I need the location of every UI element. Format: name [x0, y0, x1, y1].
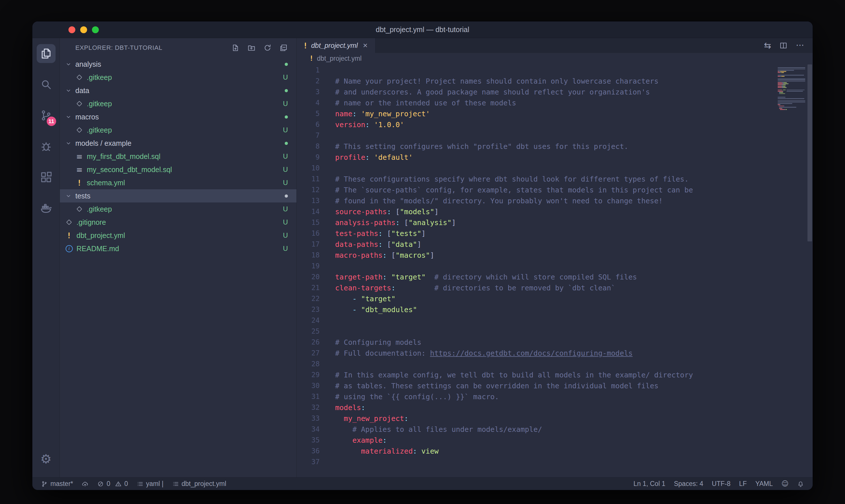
- code-line-23[interactable]: 23 - "dbt_modules": [297, 304, 775, 315]
- activity-item-run-debug[interactable]: [32, 131, 60, 162]
- code-line-11[interactable]: 11# These configurations specify where d…: [297, 174, 775, 184]
- activity-item-source-control[interactable]: 11: [32, 100, 60, 131]
- code-line-2[interactable]: 2# Name your project! Project names shou…: [297, 76, 775, 87]
- code-line-37[interactable]: 37: [297, 456, 775, 467]
- activity-item-docker[interactable]: [32, 193, 60, 224]
- code-line-14[interactable]: 14source-paths: ["models"]: [297, 206, 775, 217]
- language-mode[interactable]: YAML: [755, 480, 773, 488]
- encoding-setting[interactable]: UTF-8: [712, 480, 731, 488]
- code-line-31[interactable]: 31# using the `{{ config(...) }}` macro.: [297, 391, 775, 402]
- tree-file-gitkeep[interactable]: .gitkeepU: [60, 71, 296, 84]
- tree-file-my-first-dbt-model-sql[interactable]: ≡my_first_dbt_model.sqlU: [60, 150, 296, 163]
- code-line-30[interactable]: 30# as tables. These settings can be ove…: [297, 380, 775, 391]
- errors-indicator[interactable]: 0: [97, 480, 110, 488]
- code-line-26[interactable]: 26# Configuring models: [297, 337, 775, 348]
- tree-folder-analysis[interactable]: analysis: [60, 57, 296, 71]
- line-number: 30: [297, 382, 329, 390]
- cursor-position[interactable]: Ln 1, Col 1: [633, 480, 665, 488]
- code-line-22[interactable]: 22 - "target": [297, 293, 775, 304]
- active-file-status[interactable]: dbt_project.yml: [172, 480, 226, 488]
- activity-item-settings[interactable]: ⚙: [32, 444, 60, 474]
- code-line-36[interactable]: 36 materialized: view: [297, 446, 775, 456]
- code-line-1[interactable]: 1: [297, 65, 775, 76]
- warnings-indicator[interactable]: 0: [115, 480, 128, 488]
- breadcrumb[interactable]: ! dbt_project.yml: [297, 53, 813, 64]
- code-line-33[interactable]: 33 my_new_project:: [297, 413, 775, 424]
- scrollbar-thumb[interactable]: [808, 65, 812, 241]
- code-line-28[interactable]: 28: [297, 359, 775, 370]
- branch-indicator[interactable]: master*: [41, 480, 73, 488]
- tree-file-readme-md[interactable]: iREADME.mdU: [60, 242, 296, 255]
- code-line-9[interactable]: 9profile: 'default': [297, 152, 775, 163]
- tree-folder-models-example[interactable]: models / example: [60, 137, 296, 150]
- tree-file-gitkeep[interactable]: .gitkeepU: [60, 202, 296, 216]
- eol-setting[interactable]: LF: [739, 480, 747, 488]
- line-text: test-paths: ["tests"]: [329, 229, 426, 238]
- code-line-25[interactable]: 25: [297, 326, 775, 337]
- code-token: "target": [391, 273, 426, 281]
- code-line-5[interactable]: 5name: 'my_new_project': [297, 108, 775, 119]
- code-line-18[interactable]: 18macro-paths: ["macros"]: [297, 250, 775, 260]
- git-file-icon: [75, 75, 83, 79]
- minimize-button[interactable]: [80, 26, 87, 33]
- code-content[interactable]: 12# Name your project! Project names sho…: [297, 65, 775, 478]
- status-bar-left: master*00yaml |dbt_project.yml: [41, 480, 226, 488]
- tree-folder-data[interactable]: data: [60, 84, 296, 97]
- code-area[interactable]: 12# Name your project! Project names sho…: [297, 64, 813, 478]
- minimap-segment: [778, 67, 805, 68]
- code-line-10[interactable]: 10: [297, 163, 775, 174]
- code-line-4[interactable]: 4# name or the intended use of these mod…: [297, 97, 775, 108]
- tree-folder-tests[interactable]: tests: [60, 189, 296, 202]
- code-line-8[interactable]: 8# This setting configures which "profil…: [297, 141, 775, 152]
- code-line-7[interactable]: 7: [297, 130, 775, 141]
- code-line-16[interactable]: 16test-paths: ["tests"]: [297, 228, 775, 239]
- open-changes-button[interactable]: ⇆: [764, 41, 771, 50]
- minimap[interactable]: [778, 66, 805, 112]
- code-line-29[interactable]: 29# In this example config, we tell dbt …: [297, 370, 775, 380]
- tree-file-gitkeep[interactable]: .gitkeepU: [60, 123, 296, 137]
- code-line-6[interactable]: 6version: '1.0.0': [297, 119, 775, 130]
- tree-file-schema-yml[interactable]: !schema.ymlU: [60, 176, 296, 189]
- code-line-15[interactable]: 15analysis-paths: ["analysis"]: [297, 217, 775, 228]
- code-line-21[interactable]: 21clean-targets: # directories to be rem…: [297, 282, 775, 293]
- code-line-3[interactable]: 3# and underscores. A good package name …: [297, 87, 775, 97]
- split-editor-button[interactable]: [779, 41, 788, 50]
- zoom-button[interactable]: [92, 26, 99, 33]
- code-line-17[interactable]: 17data-paths: ["data"]: [297, 239, 775, 250]
- more-actions-button[interactable]: ···: [796, 41, 804, 50]
- sync-changes-button[interactable]: [82, 481, 89, 487]
- code-line-13[interactable]: 13# found in the "models/" directory. Yo…: [297, 195, 775, 206]
- tree-file-gitkeep[interactable]: .gitkeepU: [60, 97, 296, 110]
- tree-item-label: my_second_dbt_model.sql: [87, 165, 172, 174]
- code-line-34[interactable]: 34 # Applies to all files under models/e…: [297, 424, 775, 435]
- collapse-all-button[interactable]: [277, 42, 290, 54]
- tree-file-gitignore[interactable]: .gitignoreU: [60, 216, 296, 229]
- activity-item-explorer[interactable]: [32, 38, 60, 69]
- tree-file-dbt-project-yml[interactable]: !dbt_project.ymlU: [60, 229, 296, 242]
- titlebar[interactable]: dbt_project.yml — dbt-tutorial: [32, 21, 813, 38]
- line-number: 8: [297, 142, 329, 150]
- code-line-24[interactable]: 24: [297, 315, 775, 326]
- tree-file-my-second-dbt-model-sql[interactable]: ≡my_second_dbt_model.sqlU: [60, 163, 296, 176]
- breadcrumb-item-file[interactable]: dbt_project.yml: [317, 55, 361, 62]
- close-button[interactable]: [69, 26, 75, 33]
- new-file-button[interactable]: [230, 42, 241, 54]
- code-line-27[interactable]: 27# Full documentation: https://docs.get…: [297, 348, 775, 359]
- code-line-32[interactable]: 32models:: [297, 402, 775, 413]
- activity-item-extensions[interactable]: [32, 162, 60, 193]
- refresh-button[interactable]: [262, 42, 273, 54]
- notifications-button[interactable]: [797, 481, 804, 487]
- yaml-language-status[interactable]: yaml |: [137, 480, 164, 488]
- close-icon[interactable]: ×: [363, 41, 367, 50]
- code-line-12[interactable]: 12# The `source-paths` config, for examp…: [297, 184, 775, 195]
- code-line-20[interactable]: 20target-path: "target" # directory whic…: [297, 271, 775, 282]
- indentation-setting[interactable]: Spaces: 4: [674, 480, 703, 488]
- scrollbar[interactable]: [807, 64, 813, 478]
- code-line-19[interactable]: 19: [297, 260, 775, 271]
- activity-item-search[interactable]: [32, 69, 60, 100]
- new-folder-button[interactable]: [246, 42, 257, 54]
- tree-folder-macros[interactable]: macros: [60, 110, 296, 123]
- tab-dbt-project-yml[interactable]: ! dbt_project.yml ×: [297, 38, 376, 53]
- code-line-35[interactable]: 35 example:: [297, 435, 775, 446]
- feedback-button[interactable]: ☺: [781, 480, 789, 488]
